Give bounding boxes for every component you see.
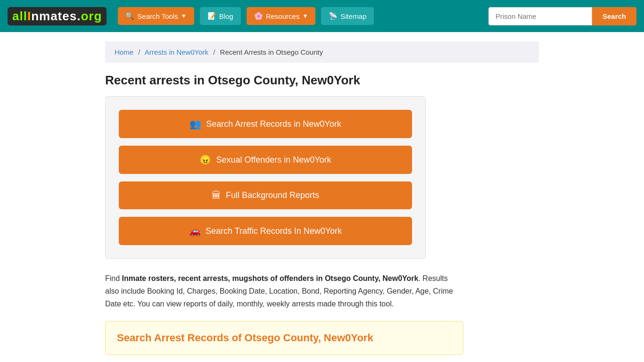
action-buttons-box: 👥 Search Arrest Records in New0York 😠 Se… bbox=[105, 96, 426, 259]
blog-button[interactable]: 📝 Blog bbox=[200, 7, 241, 25]
prison-name-input[interactable] bbox=[488, 7, 592, 25]
page-title: Recent arrests in Otsego County, New0Yor… bbox=[105, 73, 539, 88]
sexual-offenders-button[interactable]: 😠 Sexual Offenders in New0York bbox=[119, 146, 412, 174]
prison-search-button[interactable]: Search bbox=[592, 7, 636, 25]
resources-icon: 🌸 bbox=[254, 12, 263, 20]
btn1-label: Search Arrest Records in New0York bbox=[206, 119, 341, 129]
main-content: Home / Arrests in New0York / Recent Arre… bbox=[96, 32, 548, 362]
breadcrumb-separator-1: / bbox=[138, 48, 140, 56]
btn4-label: Search Traffic Records In New0York bbox=[206, 226, 342, 236]
blog-label: Blog bbox=[219, 12, 233, 20]
search-traffic-records-button[interactable]: 🚗 Search Traffic Records In New0York bbox=[119, 217, 412, 245]
search-tools-button[interactable]: 🔍 Search Tools ▼ bbox=[118, 7, 194, 25]
car-icon: 🚗 bbox=[189, 225, 201, 237]
sitemap-button[interactable]: 📡 Sitemap bbox=[321, 7, 374, 25]
description-text: Find Inmate rosters, recent arrests, mug… bbox=[105, 272, 463, 311]
prison-search-area: Search bbox=[488, 7, 636, 25]
offender-icon: 😠 bbox=[199, 154, 211, 165]
sitemap-label: Sitemap bbox=[340, 12, 366, 20]
chevron-down-icon: ▼ bbox=[181, 13, 187, 19]
resources-label: Resources bbox=[266, 12, 300, 20]
breadcrumb-home[interactable]: Home bbox=[115, 48, 133, 56]
search-tools-label: Search Tools bbox=[137, 12, 178, 20]
people-icon: 👥 bbox=[190, 118, 201, 130]
search-btn-label: Search bbox=[603, 12, 626, 20]
chevron-down-icon-2: ▼ bbox=[302, 13, 308, 19]
blog-icon: 📝 bbox=[207, 12, 216, 20]
description-prefix: Find bbox=[105, 274, 122, 282]
btn3-label: Full Background Reports bbox=[226, 190, 319, 200]
background-icon: 🏛 bbox=[212, 190, 221, 201]
breadcrumb-arrests[interactable]: Arrests in New0York bbox=[145, 48, 208, 56]
breadcrumb-current: Recent Arrests in Otsego County bbox=[220, 48, 323, 56]
navbar: allInmates.org 🔍 Search Tools ▼ 📝 Blog 🌸… bbox=[0, 0, 644, 32]
resources-button[interactable]: 🌸 Resources ▼ bbox=[247, 7, 316, 25]
description-bold: Inmate rosters, recent arrests, mugshots… bbox=[122, 274, 419, 282]
btn2-label: Sexual Offenders in New0York bbox=[216, 155, 331, 165]
breadcrumb: Home / Arrests in New0York / Recent Arre… bbox=[105, 41, 539, 63]
logo[interactable]: allInmates.org bbox=[8, 7, 107, 25]
sitemap-icon: 📡 bbox=[329, 12, 338, 20]
search-records-box: Search Arrest Records of Otsego County, … bbox=[105, 321, 463, 355]
logo-text: allInmates.org bbox=[8, 7, 107, 25]
search-arrest-records-button[interactable]: 👥 Search Arrest Records in New0York bbox=[119, 110, 412, 138]
search-tools-icon: 🔍 bbox=[125, 12, 134, 20]
breadcrumb-separator-2: / bbox=[213, 48, 215, 56]
search-records-title: Search Arrest Records of Otsego County, … bbox=[117, 332, 452, 344]
full-background-reports-button[interactable]: 🏛 Full Background Reports bbox=[119, 181, 412, 209]
